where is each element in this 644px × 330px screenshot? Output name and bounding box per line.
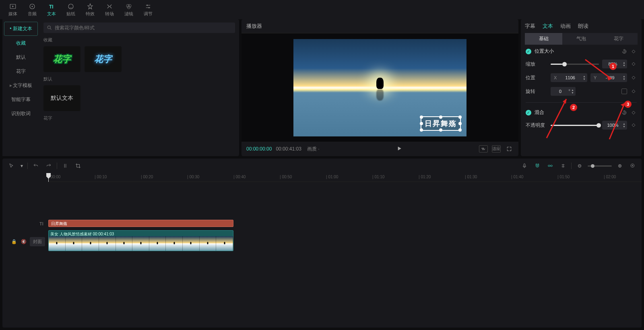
quality-selector[interactable]: 画质 · bbox=[307, 146, 320, 153]
text-track: TI 日昇舞殇 bbox=[2, 218, 642, 229]
lock-icon[interactable]: 🔒 bbox=[10, 238, 18, 245]
tool-adjust[interactable]: 调节 bbox=[138, 2, 158, 18]
rotate-mode[interactable] bbox=[621, 89, 627, 94]
sidebar-item-lyrics[interactable]: 识别歌词 bbox=[4, 107, 38, 120]
subtab-basic[interactable]: 基础 bbox=[525, 33, 562, 45]
tool-text[interactable]: TI 文本 bbox=[42, 2, 61, 18]
section-huazi-title: 花字 bbox=[43, 115, 235, 121]
position-size-toggle[interactable]: ✓ bbox=[526, 49, 531, 54]
redo-button[interactable] bbox=[44, 161, 54, 171]
blend-keyframe[interactable] bbox=[630, 109, 637, 116]
mic-button[interactable] bbox=[520, 161, 529, 171]
undo-button[interactable] bbox=[31, 161, 41, 171]
fullscreen-button[interactable] bbox=[505, 145, 514, 153]
text-overlay: 日昇舞殇 bbox=[425, 119, 457, 128]
text-overlay-box[interactable]: 日昇舞殇 bbox=[421, 116, 461, 131]
search-input-wrap[interactable] bbox=[43, 23, 235, 33]
sidebar-item-new-text[interactable]: • 新建文本 bbox=[4, 22, 38, 36]
svg-point-9 bbox=[149, 7, 150, 8]
player-viewport[interactable]: 日昇舞殇 bbox=[242, 33, 518, 142]
ruler-tick: | 00:50 bbox=[280, 175, 292, 179]
svg-point-2 bbox=[32, 6, 33, 7]
text-clip[interactable]: 日昇舞殇 bbox=[48, 220, 233, 227]
tab-subtitle[interactable]: 字幕 bbox=[525, 23, 535, 30]
blend-toggle[interactable]: ✓ bbox=[526, 110, 531, 116]
mute-icon[interactable]: 🔇 bbox=[20, 238, 27, 245]
tool-effect[interactable]: 特效 bbox=[80, 2, 100, 18]
fit-button[interactable]: 适应 bbox=[492, 145, 501, 153]
tool-media[interactable]: 媒体 bbox=[3, 2, 23, 18]
video-clip[interactable]: 美女 人物风景情感素材 00:00:41:03 bbox=[48, 230, 233, 251]
rotate-spinner[interactable]: 0° ▲▼ bbox=[551, 87, 576, 96]
opacity-slider[interactable] bbox=[551, 125, 599, 126]
opacity-spinner[interactable]: 100% ▲▼ bbox=[602, 121, 627, 130]
ruler-tick: | 02:00 bbox=[604, 175, 616, 179]
blend-reset-icon[interactable] bbox=[621, 110, 627, 116]
subtab-bubble[interactable]: 气泡 bbox=[562, 33, 600, 45]
sidebar-item-smart-caption[interactable]: 智能字幕 bbox=[4, 93, 38, 106]
effect-icon bbox=[87, 3, 94, 10]
pointer-tool[interactable] bbox=[6, 161, 16, 171]
player-title: 播放器 bbox=[242, 19, 518, 33]
zoom-in[interactable]: ⊕ bbox=[615, 161, 625, 171]
preset-huazi-green[interactable]: 花字 bbox=[43, 46, 80, 72]
zoom-out[interactable]: ⊖ bbox=[575, 161, 584, 171]
scale-spinner[interactable]: 82% ▲▼ bbox=[602, 60, 627, 68]
link-button[interactable] bbox=[545, 161, 555, 171]
scale-keyframe[interactable] bbox=[630, 61, 637, 67]
crop-button[interactable] bbox=[73, 161, 83, 171]
scope-button[interactable] bbox=[479, 145, 488, 153]
svg-text:TI: TI bbox=[49, 4, 54, 9]
preset-huazi-blue[interactable]: 花字 bbox=[85, 46, 122, 72]
split-button[interactable] bbox=[60, 161, 70, 171]
sidebar-item-templates[interactable]: ▸文字模板 bbox=[4, 79, 38, 92]
ruler-tick: | 01:20 bbox=[419, 175, 431, 179]
crop-icon bbox=[75, 163, 81, 169]
opacity-keyframe[interactable] bbox=[630, 122, 637, 128]
diamond-icon bbox=[631, 49, 636, 54]
search-input[interactable] bbox=[55, 25, 232, 31]
tool-audio[interactable]: 音频 bbox=[23, 2, 42, 18]
reset-icon[interactable] bbox=[621, 49, 627, 54]
redo-icon bbox=[46, 163, 52, 169]
position-y-spinner[interactable]: Y -789 ▲▼ bbox=[590, 73, 627, 82]
tab-read[interactable]: 朗读 bbox=[578, 23, 588, 30]
tab-text[interactable]: 文本 bbox=[543, 23, 553, 30]
text-icon: TI bbox=[48, 3, 55, 10]
svg-rect-19 bbox=[551, 165, 553, 167]
tool-filter[interactable]: 滤镜 bbox=[119, 2, 138, 18]
preset-default-text[interactable]: 默认文本 bbox=[43, 85, 80, 111]
timeline-ruler[interactable]: | 00:00| 00:10| 00:20| 00:30| 00:40| 00:… bbox=[48, 173, 642, 182]
svg-point-4 bbox=[68, 4, 73, 9]
position-x-spinner[interactable]: X 1106 ▲▼ bbox=[551, 73, 587, 82]
subtab-huazi[interactable]: 花字 bbox=[600, 33, 638, 45]
keyframe-button[interactable] bbox=[630, 48, 637, 55]
mic-icon bbox=[522, 163, 527, 169]
tool-sticker[interactable]: 贴纸 bbox=[61, 2, 80, 18]
playhead[interactable] bbox=[48, 173, 49, 182]
preview-mode[interactable] bbox=[558, 161, 568, 171]
zoom-fit[interactable] bbox=[628, 161, 638, 171]
adjust-icon bbox=[144, 3, 152, 10]
cover-button[interactable]: 封面 bbox=[30, 237, 45, 246]
sidebar-item-huazi[interactable]: 花字 bbox=[4, 65, 38, 78]
search-icon bbox=[47, 25, 52, 31]
pointer-icon bbox=[8, 163, 14, 169]
sidebar-item-favorite[interactable]: 收藏 bbox=[4, 37, 38, 50]
svg-rect-18 bbox=[548, 165, 550, 167]
play-button[interactable] bbox=[396, 145, 402, 153]
position-keyframe[interactable] bbox=[630, 74, 637, 81]
tab-animation[interactable]: 动画 bbox=[560, 23, 571, 30]
pointer-dropdown[interactable]: ▾ bbox=[19, 161, 24, 171]
ruler-tick: | 01:40 bbox=[511, 175, 523, 179]
video-track: 🔒 🔇 封面 美女 人物风景情感素材 00:00:41:03 bbox=[2, 229, 642, 254]
magnet-button[interactable] bbox=[533, 161, 542, 171]
sidebar-item-default[interactable]: 默认 bbox=[4, 51, 38, 64]
zoom-slider[interactable] bbox=[588, 165, 612, 167]
scale-label: 缩放 bbox=[526, 61, 547, 68]
scale-slider[interactable] bbox=[551, 64, 599, 65]
ruler-tick: | 01:00 bbox=[326, 175, 338, 179]
position-label: 位置 bbox=[526, 74, 547, 81]
tool-transition[interactable]: 转场 bbox=[100, 2, 119, 18]
rotate-keyframe[interactable] bbox=[630, 88, 637, 95]
